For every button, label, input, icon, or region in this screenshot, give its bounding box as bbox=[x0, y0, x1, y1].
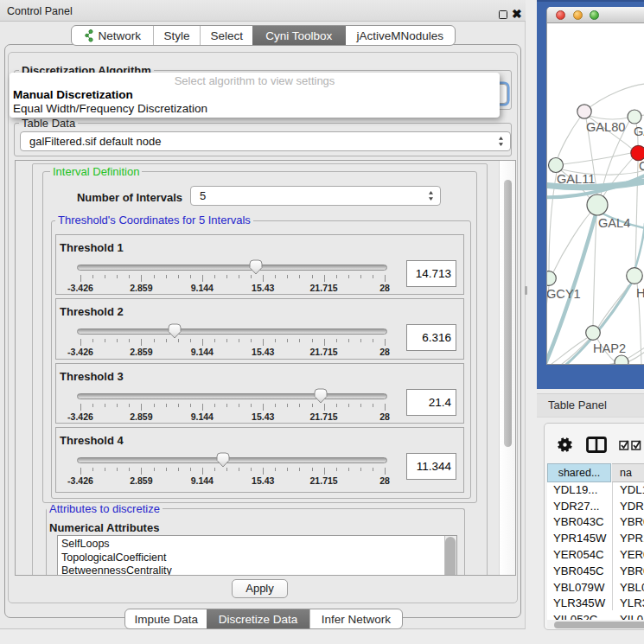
svg-text:GCY1: GCY1 bbox=[547, 287, 581, 301]
svg-text:C: C bbox=[639, 159, 644, 173]
svg-text:GAL11: GAL11 bbox=[557, 172, 595, 186]
svg-text:H: H bbox=[636, 286, 644, 300]
svg-text:GAL80: GAL80 bbox=[586, 120, 625, 134]
svg-text:HAP2: HAP2 bbox=[593, 341, 626, 355]
svg-text:GA: GA bbox=[634, 124, 644, 138]
svg-text:GAL4: GAL4 bbox=[598, 216, 630, 230]
